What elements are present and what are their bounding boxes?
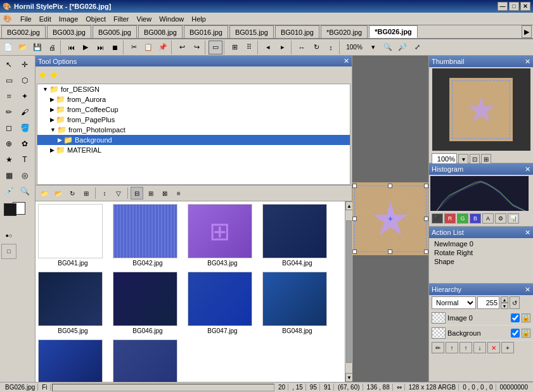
medium-thumb-btn[interactable]: ⊞ <box>144 187 157 199</box>
action-newimage[interactable]: NewImage 0 <box>430 239 532 248</box>
tree-item-from-coffeecup[interactable]: ▶ 📁 from_CoffeeCup <box>37 104 350 115</box>
tool-options-close[interactable]: ✕ <box>344 57 349 65</box>
status-bar-inner[interactable] <box>52 384 274 391</box>
close-button[interactable]: ✕ <box>520 2 530 11</box>
fill-tool[interactable]: 🪣 <box>17 120 32 136</box>
menu-window[interactable]: Window <box>155 14 188 24</box>
move-left-button[interactable]: ◂ <box>261 41 275 54</box>
prev-button[interactable]: ⏮ <box>64 41 78 54</box>
large-thumb-btn[interactable]: ⊟ <box>131 187 143 199</box>
paste-button[interactable]: 📌 <box>156 41 170 54</box>
maximize-button[interactable]: □ <box>509 2 519 11</box>
handle-tr[interactable] <box>424 184 428 188</box>
tree-item-from-aurora[interactable]: ▶ 📁 from_Aurora <box>37 94 350 104</box>
folder-new-btn[interactable]: 📁 <box>38 187 51 199</box>
scroll-up-arrow[interactable]: ▲ <box>345 201 352 210</box>
shape-tool[interactable]: ★ <box>1 152 16 167</box>
text-tool[interactable]: T <box>17 152 32 167</box>
tree-item-for-design[interactable]: ▼ 📁 for_DESIGN <box>37 84 350 94</box>
handle-tl[interactable] <box>352 184 357 188</box>
move-right-button[interactable]: ▸ <box>276 41 290 54</box>
thumb-bg041[interactable]: BG041.jpg <box>38 204 108 267</box>
tab-bg005[interactable]: BG005.jpg <box>93 25 137 38</box>
pointer-tool[interactable]: ✛ <box>17 57 32 72</box>
wand-tool[interactable]: ✦ <box>17 89 32 104</box>
hierarchy-close-btn[interactable]: ✕ <box>525 286 530 294</box>
fullscreen-button[interactable]: ⤢ <box>410 41 424 54</box>
tab-bg002[interactable]: BG002.jpg <box>1 25 46 38</box>
action-close-btn[interactable]: ✕ <box>525 229 530 237</box>
stop-button[interactable]: ⏹ <box>108 41 122 54</box>
histogram-close-btn[interactable]: ✕ <box>525 165 530 174</box>
select-tool[interactable]: ↖ <box>1 57 16 72</box>
layer-lock-background[interactable]: 🔒 <box>522 329 530 338</box>
select-mode-button[interactable]: ▭ <box>209 41 222 54</box>
layer-lock-image0[interactable]: 🔒 <box>522 313 530 322</box>
save-button[interactable]: 💾 <box>30 41 44 54</box>
tree-item-background[interactable]: ▶ 📁 Background <box>37 135 350 145</box>
menu-view[interactable]: View <box>133 14 156 24</box>
layer-row-background[interactable]: Backgroun 🔒 <box>429 326 533 341</box>
opacity-input[interactable] <box>477 296 499 309</box>
layer-up-btn[interactable]: ↑ <box>459 342 472 353</box>
handle-ml[interactable] <box>352 217 357 221</box>
thumb-bg049[interactable] <box>38 339 108 382</box>
opacity-spinner[interactable]: ▲ ▼ <box>501 296 508 309</box>
refresh-btn[interactable]: ↻ <box>66 187 79 199</box>
tab-bg026[interactable]: *BG026.jpg <box>369 25 418 38</box>
thumb-bg046[interactable]: BG046.jpg <box>113 272 183 334</box>
eraser-tool[interactable]: ◻ <box>1 120 16 136</box>
zoom-actual-btn[interactable]: ⊞ <box>481 154 491 164</box>
layer-paint-btn[interactable]: ✏ <box>432 342 444 353</box>
filter-btn[interactable]: ▽ <box>112 187 125 199</box>
layer-add-btn[interactable]: + <box>501 342 514 353</box>
layer-select-btn[interactable]: ↑ <box>446 342 458 353</box>
star-favorites2-icon[interactable]: ★ <box>49 69 58 81</box>
heal-tool[interactable]: ✿ <box>17 136 32 151</box>
foreground-color-swatch[interactable] <box>4 203 16 216</box>
brush-tool[interactable]: 🖌 <box>17 104 32 120</box>
opacity-down-btn[interactable]: ▼ <box>501 303 508 309</box>
tab-bg015[interactable]: BG015.jpg <box>229 25 274 38</box>
redo-button[interactable]: ↪ <box>189 41 203 54</box>
next-button[interactable]: ⏭ <box>93 41 107 54</box>
opacity-btn[interactable]: □ <box>1 244 16 259</box>
handle-mr[interactable] <box>424 217 428 221</box>
dots-button[interactable]: ⠿ <box>242 41 256 54</box>
hist-settings-btn[interactable]: ⚙ <box>495 213 506 224</box>
file-tree[interactable]: ▼ 📁 for_DESIGN ▶ 📁 from_Aurora ▶ <box>37 84 350 185</box>
tab-bg020[interactable]: *BG020.jpg <box>321 25 368 38</box>
menu-object[interactable]: Object <box>82 14 110 24</box>
undo-button[interactable]: ↩ <box>175 41 189 54</box>
hist-red-btn[interactable]: R <box>444 213 456 224</box>
thumb-bg048[interactable]: BG048.jpg <box>262 272 332 334</box>
thumb-bg045[interactable]: BG045.jpg <box>38 272 108 334</box>
grid-scrollbar[interactable]: ▲ ▼ <box>345 201 352 382</box>
blur-tool[interactable]: ◎ <box>17 168 32 183</box>
grid-button[interactable]: ⊞ <box>228 41 241 54</box>
small-thumb-btn[interactable]: ⊠ <box>158 187 171 199</box>
handle-bm[interactable] <box>388 250 392 254</box>
copy-button[interactable]: 📋 <box>141 41 155 54</box>
zoom-out-button[interactable]: 🔎 <box>395 41 409 54</box>
thumb-bg042[interactable]: BG042.jpg <box>113 204 183 267</box>
sort-btn[interactable]: ↕ <box>98 187 111 199</box>
opacity-reset-btn[interactable]: ↺ <box>510 296 520 309</box>
hist-alpha-btn[interactable]: A <box>482 213 494 224</box>
layer-visible-background[interactable] <box>511 329 520 338</box>
print-button[interactable]: 🖨 <box>45 41 59 54</box>
layer-visible-image0[interactable] <box>511 313 520 322</box>
thumb-bg044[interactable]: BG044.jpg <box>262 204 332 267</box>
layer-row-image0[interactable]: Image 0 🔒 <box>429 310 533 326</box>
color-mode-btn[interactable]: ●○ <box>1 228 16 243</box>
tab-bg010[interactable]: BG010.jpg <box>275 25 319 38</box>
tree-item-material[interactable]: ▶ 📁 MATERIAL <box>37 145 350 155</box>
hist-green-btn[interactable]: G <box>457 213 468 224</box>
minimize-button[interactable]: — <box>498 2 508 11</box>
cut-button[interactable]: ✂ <box>127 41 141 54</box>
play-button[interactable]: ▶ <box>79 41 93 54</box>
menu-filter[interactable]: Filter <box>110 14 132 24</box>
hist-type-btn[interactable]: 📊 <box>508 213 519 224</box>
rect-select-tool[interactable]: ▭ <box>1 73 16 88</box>
star-favorites-icon[interactable]: ★ <box>38 69 47 81</box>
